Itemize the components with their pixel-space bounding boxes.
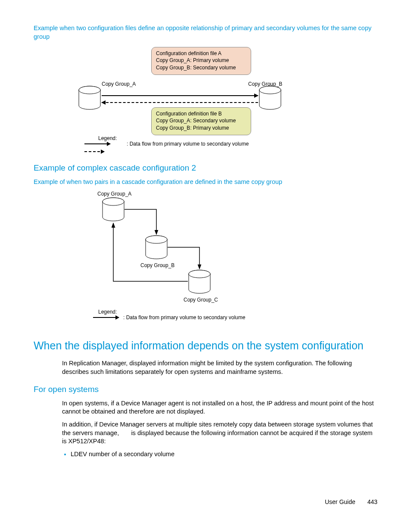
- figure-2: Copy Group_A Copy Group_B Copy Group_: [67, 189, 291, 327]
- config-a-line2: Copy Group_B: Secondary volume: [156, 64, 246, 71]
- heading-system-config: When the displayed information depends o…: [34, 339, 377, 353]
- svg-point-3: [259, 86, 281, 94]
- fig2-legend-text: : Data flow from primary volume to secon…: [123, 314, 245, 321]
- figure-1: Configuration definition file A Copy Gro…: [67, 43, 360, 155]
- svg-point-1: [79, 86, 100, 94]
- legend-label: Legend:: [98, 135, 117, 142]
- config-a-title: Configuration definition file A: [156, 50, 246, 57]
- fig2-legend-label: Legend:: [98, 308, 117, 315]
- config-b-title: Configuration definition file B: [156, 110, 246, 117]
- system-config-paragraph: In Replication Manager, displayed inform…: [34, 359, 377, 376]
- dashed-arrow-icon: [102, 102, 258, 103]
- heading-cascade-2: Example of complex cascade configuration…: [34, 162, 377, 174]
- fig2-arrows-icon: [67, 189, 291, 305]
- config-b-line1: Copy Group_A: Secondary volume: [156, 117, 246, 124]
- cylinder-b-icon: [258, 86, 282, 111]
- open-systems-bullets: LDEV number of a secondary volume: [34, 450, 377, 459]
- heading-open-systems: For open systems: [34, 384, 377, 395]
- bullet-ldev: LDEV number of a secondary volume: [71, 450, 377, 459]
- legend-solid-arrow-icon: [84, 143, 110, 144]
- copy-group-a-label: Copy Group_A: [102, 81, 136, 87]
- cylinder-a-icon: [78, 86, 101, 111]
- config-a-line1: Copy Group_A: Primary volume: [156, 57, 246, 64]
- config-file-b-box: Configuration definition file B Copy Gro…: [151, 107, 251, 135]
- legend-dashed-arrow-icon: [84, 151, 104, 152]
- open-systems-p2: In addition, if Device Manager servers a…: [34, 420, 377, 446]
- solid-arrow-icon: [102, 95, 258, 96]
- page-footer: User Guide 443: [325, 498, 377, 506]
- open-systems-p1: In open systems, if a Device Manager age…: [34, 399, 377, 416]
- config-b-line2: Copy Group_B: Primary volume: [156, 124, 246, 131]
- figure-1-caption: Example when two configuration files def…: [34, 24, 377, 41]
- footer-page-number: 443: [367, 498, 377, 505]
- config-file-a-box: Configuration definition file A Copy Gro…: [151, 47, 251, 75]
- fig2-legend-arrow-icon: [93, 317, 119, 318]
- legend-text: : Data flow from primary volume to secon…: [127, 140, 249, 147]
- footer-label: User Guide: [325, 498, 355, 505]
- figure-2-caption: Example of when two pairs in a cascade c…: [34, 178, 377, 187]
